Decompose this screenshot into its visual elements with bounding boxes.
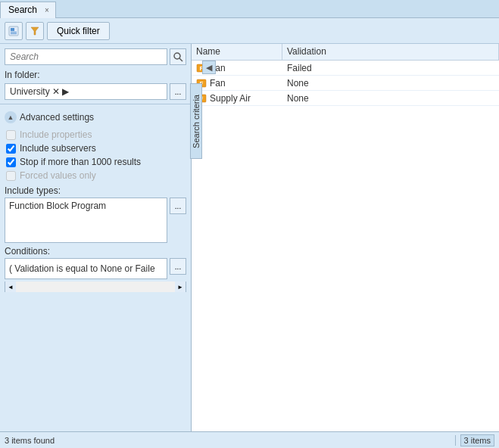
types-textarea[interactable]: Function Block Program — [5, 198, 167, 243]
table-header: Name Validation — [192, 44, 499, 61]
cell-validation-3: None — [282, 92, 499, 105]
types-area: Function Block Program ... — [5, 198, 186, 243]
items-badge: 3 items — [460, 434, 494, 446]
tab-label: Search — [8, 5, 37, 15]
tab-bar: Search × — [0, 0, 499, 18]
svg-point-5 — [174, 53, 180, 59]
conditions-scrollbar: ◄ ► — [5, 282, 186, 292]
row-name-2: Fan — [210, 78, 226, 89]
folder-value: University ✕ ▶ — [10, 86, 69, 97]
items-count: 3 — [464, 436, 469, 445]
filter-icon-button[interactable] — [26, 22, 44, 40]
forced-values-row: Forced values only — [0, 169, 191, 182]
table-body: F Fan Failed F Fan — [192, 61, 499, 448]
scroll-track[interactable] — [16, 282, 175, 292]
column-header-name: Name — [192, 44, 282, 60]
stop-if-more-label: Stop if more than 1000 results — [20, 157, 141, 167]
include-properties-label: Include properties — [20, 129, 92, 140]
search-section — [0, 44, 191, 68]
include-types-label: Include types: — [0, 182, 191, 198]
include-subservers-label: Include subservers — [20, 143, 96, 154]
stop-if-more-checkbox[interactable] — [6, 157, 16, 167]
include-properties-row: Include properties — [0, 128, 191, 142]
search-criteria-label: Search criteria — [192, 95, 201, 148]
items-label: items — [471, 436, 491, 445]
forced-values-checkbox[interactable] — [6, 171, 16, 181]
tab-close-icon[interactable]: × — [45, 6, 49, 14]
back-arrow-button[interactable]: ◀ — [202, 61, 216, 74]
folder-input[interactable]: University ✕ ▶ — [5, 83, 167, 100]
status-bar: 3 items found 3 items — [0, 431, 499, 448]
include-subservers-row: Include subservers — [0, 142, 191, 155]
cell-validation-1: Failed — [282, 61, 499, 75]
back-arrow-icon: ◀ — [206, 63, 212, 73]
right-panel: Name Validation F Fan Failed — [192, 44, 499, 448]
quick-filter-button[interactable]: Quick filter — [47, 22, 110, 40]
forced-values-label: Forced values only — [20, 170, 96, 181]
svg-rect-3 — [11, 33, 17, 34]
row-name-3: Supply Air — [210, 93, 251, 104]
row-validation-2: None — [287, 78, 309, 89]
funnel-icon — [30, 26, 40, 36]
types-dots-label: ... — [175, 202, 181, 210]
conditions-input[interactable]: ( Validation is equal to None or Faile — [5, 258, 167, 279]
collapse-icon: ▲ — [5, 111, 17, 123]
folder-dots-label: ... — [175, 88, 181, 96]
row-validation-3: None — [287, 93, 309, 104]
scroll-right-button[interactable]: ► — [175, 282, 186, 292]
search-button[interactable] — [170, 48, 186, 65]
advanced-section: ▲ Advanced settings — [0, 107, 191, 128]
folder-row: University ✕ ▶ ... — [0, 82, 191, 101]
conditions-dots-label: ... — [175, 263, 181, 271]
search-criteria-tab[interactable]: Search criteria — [190, 83, 202, 159]
search-input[interactable] — [5, 48, 167, 65]
left-panel: In folder: University ✕ ▶ ... ▲ Advanced… — [0, 44, 192, 448]
svg-rect-2 — [11, 32, 17, 33]
column-header-validation: Validation — [282, 44, 499, 60]
advanced-settings-header[interactable]: ▲ Advanced settings — [5, 110, 186, 125]
conditions-value: ( Validation is equal to None or Faile — [9, 263, 155, 274]
row-validation-1: Failed — [287, 63, 312, 73]
svg-line-6 — [179, 58, 182, 61]
search-icon — [173, 51, 183, 62]
cell-name-2: F Fan — [192, 76, 282, 90]
back-button[interactable] — [5, 22, 23, 40]
status-divider — [455, 435, 456, 446]
separator-1 — [0, 104, 191, 104]
conditions-row: ( Validation is equal to None or Faile .… — [5, 258, 186, 279]
save-icon — [8, 26, 19, 36]
include-subservers-checkbox[interactable] — [6, 144, 16, 154]
folder-browse-button[interactable]: ... — [170, 83, 186, 100]
cell-name-3: F Supply Air — [192, 92, 282, 105]
svg-marker-4 — [31, 27, 39, 35]
advanced-settings-label: Advanced settings — [20, 112, 94, 123]
table-row[interactable]: F Fan Failed — [192, 61, 499, 76]
search-tab[interactable]: Search × — [0, 2, 56, 18]
scroll-left-button[interactable]: ◄ — [5, 282, 16, 292]
table-row[interactable]: F Fan None — [192, 76, 499, 91]
status-found: 3 items found — [5, 436, 451, 445]
conditions-browse-button[interactable]: ... — [170, 258, 186, 275]
table-row[interactable]: F Supply Air None — [192, 91, 499, 106]
conditions-area: ( Validation is equal to None or Faile .… — [5, 258, 186, 292]
in-folder-label: In folder: — [0, 68, 191, 82]
cell-validation-2: None — [282, 76, 499, 90]
types-browse-button[interactable]: ... — [170, 198, 186, 214]
main-layout: In folder: University ✕ ▶ ... ▲ Advanced… — [0, 44, 499, 448]
stop-if-more-row: Stop if more than 1000 results — [0, 155, 191, 169]
svg-rect-1 — [11, 28, 14, 31]
include-properties-checkbox[interactable] — [6, 130, 16, 140]
conditions-label: Conditions: — [0, 243, 191, 258]
quick-filter-label: Quick filter — [57, 26, 100, 36]
toolbar: Quick filter — [0, 18, 499, 44]
status-right: 3 items — [460, 434, 494, 446]
